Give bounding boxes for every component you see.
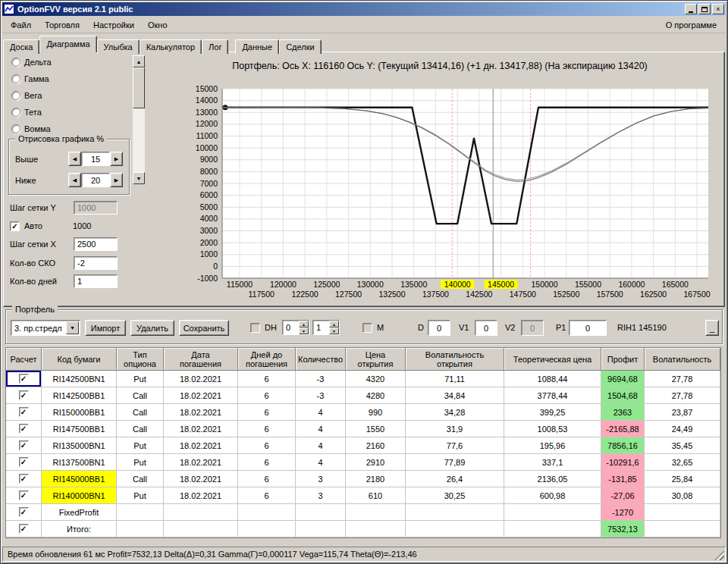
- auto-checkbox[interactable]: ✓: [10, 221, 20, 231]
- dh-spin-1[interactable]: 0 ▲▼: [282, 320, 309, 335]
- greek-radio-row[interactable]: Дельта: [11, 57, 52, 67]
- column-header-5[interactable]: Количество: [296, 348, 346, 371]
- radio-icon[interactable]: [11, 124, 20, 133]
- below-percent-field[interactable]: 20: [81, 173, 110, 187]
- menu-item-3[interactable]: Окно: [141, 17, 174, 33]
- above-increase-button[interactable]: ▶: [110, 152, 123, 166]
- column-header-4[interactable]: Дней до погашения: [238, 348, 296, 371]
- chart-settings-panel: ДельтаГаммаВегаТетаВомма ▲ ▼ Отрисовка г…: [7, 54, 145, 304]
- row-calc-cell[interactable]: ✓: [6, 404, 42, 421]
- column-header-2[interactable]: Тип опциона: [117, 348, 164, 371]
- table-row: ✓RI142500BN1Put18.02.20216-3432071,11108…: [6, 371, 720, 387]
- scroll-down-icon[interactable]: ▼: [133, 172, 145, 184]
- grid-y-field[interactable]: 1000: [74, 201, 118, 215]
- row-calc-checkbox[interactable]: ✓: [19, 440, 29, 450]
- table-cell: 6: [238, 471, 296, 487]
- row-calc-cell[interactable]: ✓: [6, 487, 42, 504]
- minimize-button[interactable]: [685, 4, 697, 14]
- above-percent-field[interactable]: 15: [81, 152, 110, 166]
- combo-dropdown-icon[interactable]: ▼: [66, 321, 79, 334]
- delete-button[interactable]: Удалить: [130, 320, 174, 336]
- greek-radio-row[interactable]: Тета: [11, 107, 42, 118]
- spin-down-icon[interactable]: ▼: [299, 327, 309, 334]
- row-calc-cell[interactable]: ✓: [6, 387, 42, 404]
- save-button[interactable]: Сохранить: [179, 320, 229, 336]
- m-checkbox[interactable]: [362, 323, 372, 333]
- menu-about[interactable]: О программе: [658, 17, 724, 33]
- d-field[interactable]: 0: [428, 320, 450, 336]
- p1-field[interactable]: 0: [569, 320, 607, 336]
- column-header-9[interactable]: Профит: [601, 348, 645, 371]
- resize-grip[interactable]: [714, 550, 724, 560]
- radio-icon[interactable]: [11, 91, 20, 100]
- row-calc-cell[interactable]: ✓: [6, 371, 42, 387]
- row-calc-checkbox[interactable]: ✓: [19, 374, 29, 384]
- v2-field[interactable]: 0: [521, 320, 544, 336]
- spin-down-icon[interactable]: ▼: [329, 327, 339, 334]
- row-calc-checkbox[interactable]: ✓: [19, 524, 29, 534]
- v1-field[interactable]: 0: [475, 320, 497, 336]
- tab-6[interactable]: Сделки: [279, 39, 322, 54]
- row-calc-checkbox[interactable]: ✓: [19, 457, 29, 467]
- row-calc-cell[interactable]: ✓: [6, 454, 42, 471]
- menu-item-0[interactable]: Файл: [4, 17, 38, 33]
- row-calc-checkbox[interactable]: ✓: [19, 390, 29, 400]
- spin-up-icon[interactable]: ▲: [329, 321, 339, 327]
- radio-icon[interactable]: [11, 58, 20, 67]
- security-code-cell: RI140000BN1: [42, 487, 117, 504]
- portfolio-preset-select[interactable]: 3. пр.стредл ▼: [11, 320, 80, 336]
- row-calc-checkbox[interactable]: ✓: [19, 407, 29, 417]
- greek-radio-row[interactable]: Гамма: [11, 74, 49, 84]
- column-header-7[interactable]: Волатильность открытия: [406, 348, 504, 371]
- row-calc-checkbox[interactable]: ✓: [19, 490, 29, 500]
- scroll-up-icon[interactable]: ▲: [133, 55, 145, 67]
- menu-item-2[interactable]: Настройки: [86, 17, 141, 33]
- tab-2[interactable]: Улыбка: [97, 39, 140, 54]
- tab-5[interactable]: Данные: [235, 39, 279, 54]
- row-calc-checkbox[interactable]: ✓: [19, 507, 29, 517]
- column-header-3[interactable]: Дата погашения: [164, 348, 238, 371]
- maximize-button[interactable]: [698, 4, 711, 14]
- row-calc-checkbox[interactable]: ✓: [19, 474, 29, 484]
- row-calc-cell[interactable]: ✓: [6, 437, 42, 454]
- radio-icon[interactable]: [11, 108, 20, 117]
- column-header-6[interactable]: Цена открытия: [346, 348, 406, 371]
- panel-mini-button[interactable]: _: [705, 320, 719, 336]
- tab-0[interactable]: Доска: [3, 39, 39, 54]
- scroll-thumb[interactable]: [133, 67, 145, 108]
- column-header-8[interactable]: Теоретическая цена: [504, 348, 601, 371]
- column-header-10[interactable]: Волатильность: [645, 348, 720, 371]
- dh-checkbox[interactable]: [250, 323, 260, 333]
- days-field[interactable]: 1: [74, 274, 118, 288]
- below-increase-button[interactable]: ▶: [110, 173, 123, 187]
- grid-x-field[interactable]: 2500: [74, 237, 118, 251]
- dh-spin-2[interactable]: 1 ▲▼: [312, 320, 340, 335]
- diagram-tab-page: ДельтаГаммаВегаТетаВомма ▲ ▼ Отрисовка г…: [3, 52, 725, 307]
- close-button[interactable]: ×: [712, 4, 724, 14]
- column-header-1[interactable]: Код бумаги: [42, 348, 117, 371]
- row-calc-cell[interactable]: ✓: [6, 421, 42, 437]
- greek-radio-row[interactable]: Вега: [11, 90, 42, 101]
- greek-list-scrollbar[interactable]: ▲ ▼: [133, 55, 145, 184]
- row-calc-checkbox[interactable]: ✓: [19, 424, 29, 434]
- profit-cell: 1504,68: [601, 387, 645, 404]
- menu-item-1[interactable]: Торговля: [38, 17, 86, 33]
- row-calc-cell[interactable]: ✓: [6, 504, 42, 521]
- row-calc-cell[interactable]: ✓: [6, 521, 42, 537]
- tab-3[interactable]: Калькулятор: [140, 39, 202, 54]
- v2-label: V2: [505, 323, 515, 332]
- radio-icon[interactable]: [11, 74, 20, 83]
- import-button[interactable]: Импорт: [85, 320, 126, 336]
- below-decrease-button[interactable]: ◀: [68, 173, 81, 187]
- row-calc-cell[interactable]: ✓: [6, 471, 42, 487]
- tab-1[interactable]: Диаграмма: [39, 36, 96, 52]
- table-cell: -3: [296, 371, 346, 387]
- spin-up-icon[interactable]: ▲: [299, 321, 309, 327]
- greek-radio-row[interactable]: Вомма: [11, 124, 51, 134]
- dh-label: DH: [265, 323, 277, 332]
- column-header-0[interactable]: Расчет: [6, 348, 42, 371]
- title-bar[interactable]: OptionFVV версия 2.1 public ×: [2, 2, 726, 16]
- sko-field[interactable]: -2: [74, 256, 118, 270]
- tab-4[interactable]: Лог: [202, 39, 228, 54]
- above-decrease-button[interactable]: ◀: [68, 152, 81, 166]
